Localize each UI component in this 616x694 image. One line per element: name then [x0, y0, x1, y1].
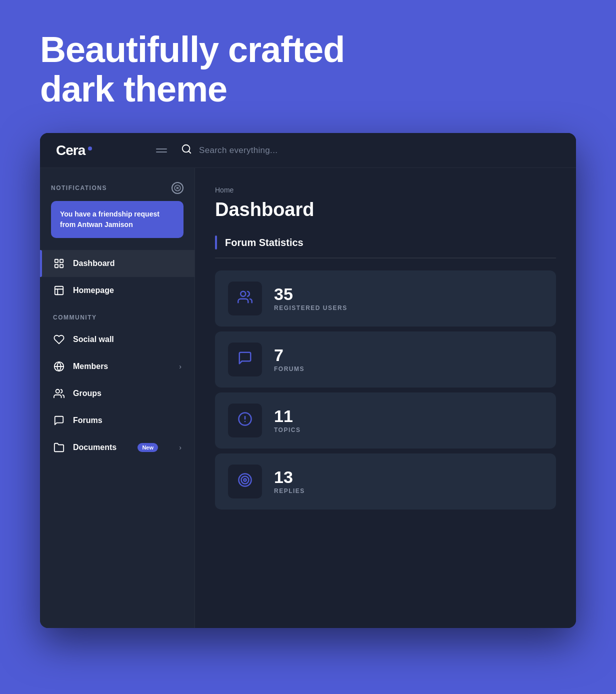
sidebar-item-members[interactable]: Members › [40, 353, 194, 380]
topics-icon [238, 412, 252, 430]
svg-point-19 [244, 478, 246, 481]
stat-icon-box-forums [228, 342, 262, 376]
stats-grid: 35 REGISTERED USERS [215, 270, 556, 510]
stat-number-users: 35 [274, 286, 348, 302]
members-chevron-icon: › [179, 362, 182, 370]
section-title-text: Forum Statistics [225, 237, 304, 248]
app-body: NOTIFICATIONS You have a friendship requ… [40, 168, 576, 628]
stat-number-topics: 11 [274, 408, 300, 424]
hero-title: Beautifully crafted dark theme [40, 30, 576, 109]
svg-rect-8 [60, 264, 63, 268]
sidebar-item-homepage-label: Homepage [73, 286, 114, 295]
sidebar-item-documents-label: Documents [73, 443, 116, 452]
notifications-close-button[interactable] [172, 182, 184, 194]
sidebar-item-groups[interactable]: Groups [40, 380, 194, 407]
logo-dot [88, 146, 92, 150]
stat-icon-box-topics [228, 404, 262, 438]
svg-rect-6 [60, 260, 63, 262]
notifications-panel: NOTIFICATIONS You have a friendship requ… [51, 182, 184, 238]
stat-number-forums: 7 [274, 346, 304, 364]
svg-rect-5 [55, 260, 58, 262]
logo-area: Cera [56, 142, 156, 158]
sidebar-item-homepage[interactable]: Homepage [40, 277, 194, 304]
users-icon [53, 388, 65, 399]
svg-rect-7 [55, 264, 58, 268]
nav-section: Dashboard Homepage COMMUNITY [40, 250, 194, 628]
sidebar-item-dashboard-label: Dashboard [73, 259, 115, 268]
search-placeholder[interactable]: Search everything... [199, 146, 278, 156]
stat-card-registered-users: 35 REGISTERED USERS [215, 270, 556, 326]
stat-card-topics: 11 TOPICS [215, 392, 556, 448]
logo-text: Cera [56, 142, 85, 158]
forums-icon [238, 350, 252, 369]
stat-card-forums: 7 FORUMS [215, 332, 556, 388]
svg-point-14 [56, 390, 60, 393]
notifications-label: NOTIFICATIONS [51, 184, 107, 192]
message-square-icon [53, 415, 65, 426]
sidebar-item-members-label: Members [73, 362, 108, 371]
main-content: Home Dashboard Forum Statistics [195, 168, 576, 628]
sidebar: NOTIFICATIONS You have a friendship requ… [40, 168, 195, 628]
search-area: Search everything... [181, 144, 560, 157]
community-section-label: COMMUNITY [40, 304, 194, 326]
svg-point-15 [240, 292, 246, 296]
breadcrumb: Home [215, 186, 556, 194]
svg-rect-9 [55, 286, 64, 295]
stat-label-forums: FORUMS [274, 366, 304, 372]
app-window: Cera Search everything... NOTIFICATIONS [40, 133, 576, 628]
notifications-header: NOTIFICATIONS [51, 182, 184, 194]
stat-info-forums: 7 FORUMS [274, 346, 304, 372]
svg-point-20 [242, 476, 249, 484]
section-title-bar: Forum Statistics [215, 236, 556, 258]
section-title-accent [215, 236, 217, 250]
sidebar-item-forums-label: Forums [73, 416, 102, 425]
app-header: Cera Search everything... [40, 133, 576, 168]
sidebar-item-groups-label: Groups [73, 389, 102, 398]
search-icon [181, 144, 192, 157]
stat-icon-box-replies [228, 464, 262, 498]
globe-icon [53, 361, 65, 372]
documents-new-badge: New [138, 443, 158, 452]
replies-icon [238, 472, 252, 491]
sidebar-item-social-wall-label: Social wall [73, 335, 114, 344]
registered-users-icon [238, 290, 252, 308]
stat-label-topics: TOPICS [274, 426, 300, 434]
stat-info-users: 35 REGISTERED USERS [274, 286, 348, 312]
hero-section: Beautifully crafted dark theme [40, 30, 576, 109]
sidebar-item-social-wall[interactable]: Social wall [40, 326, 194, 353]
stat-info-replies: 13 REPLIES [274, 468, 305, 494]
notification-card: You have a friendship request from Antwa… [51, 201, 184, 238]
sidebar-item-documents[interactable]: Documents New › [40, 434, 194, 461]
grid-icon [53, 258, 65, 269]
stat-info-topics: 11 TOPICS [274, 408, 300, 434]
page-title: Dashboard [215, 199, 556, 220]
stat-icon-box-users [228, 282, 262, 316]
sidebar-item-dashboard[interactable]: Dashboard [40, 250, 194, 277]
sidebar-item-forums[interactable]: Forums [40, 407, 194, 434]
stat-number-replies: 13 [274, 468, 305, 486]
svg-line-1 [188, 152, 190, 154]
stat-label-replies: REPLIES [274, 488, 305, 494]
documents-chevron-icon: › [179, 444, 182, 452]
folder-icon [53, 442, 65, 453]
layout-icon [53, 285, 65, 296]
menu-toggle-button[interactable] [156, 148, 167, 152]
heart-icon [53, 334, 65, 345]
notification-text: You have a friendship request from Antwa… [60, 209, 174, 230]
stat-card-replies: 13 REPLIES [215, 454, 556, 510]
forum-statistics-section: Forum Statistics [215, 236, 556, 510]
stat-label-users: REGISTERED USERS [274, 304, 348, 312]
